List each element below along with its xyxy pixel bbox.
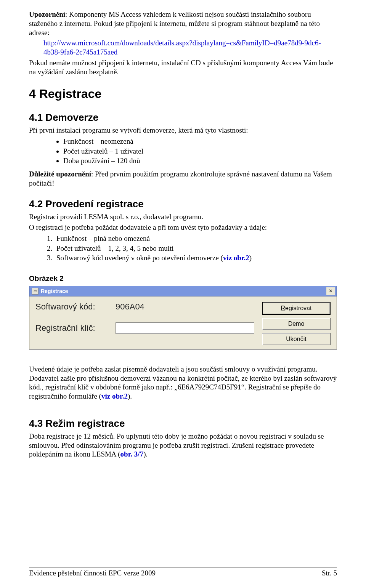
dialog-left: Softwarový kód: 906A04 Registrační klíč: — [35, 302, 254, 345]
figure-caption-2: Obrázek 2 — [29, 274, 337, 283]
register-button-rest: egistrovat — [285, 305, 311, 312]
registration-dialog: ▭ Registrace ✕ Softwarový kód: 906A04 Re… — [29, 286, 337, 349]
dialog-buttons: Registrovat Demo Ukončit — [262, 302, 331, 345]
download-link[interactable]: http://www.microsoft.com/downloads/detai… — [43, 39, 321, 56]
demo-button[interactable]: Demo — [262, 318, 331, 330]
form-icon: ▭ — [32, 288, 39, 295]
demo-lead: Při první instalaci programu se vytvoří … — [29, 126, 337, 135]
reg-key-input[interactable] — [116, 322, 254, 334]
label-software-code: Softwarový kód: — [35, 302, 116, 312]
regime-a: Doba registrace je 12 měsíců. Po uplynut… — [29, 432, 324, 458]
after-a: Uvedené údaje je potřeba zaslat písemně … — [29, 365, 337, 400]
intro-text: : Komponenty MS Access vzhledem k veliko… — [29, 10, 320, 37]
regime-b: ). — [143, 450, 148, 458]
close-button[interactable]: ✕ — [326, 287, 335, 295]
reg-item-3-a: Softwarový kód uvedený v okně po otevřen… — [56, 254, 223, 262]
page: Upozornění: Komponenty MS Access vzhlede… — [0, 0, 366, 588]
important-note-lead: Důležité upozornění — [29, 170, 91, 178]
dialog-body: Softwarový kód: 906A04 Registrační klíč:… — [29, 296, 337, 349]
value-software-code: 906A04 — [116, 302, 254, 312]
after-dialog-paragraph: Uvedené údaje je potřeba zaslat písemně … — [29, 365, 337, 401]
heading-4-3: 4.3 Režim registrace — [29, 418, 337, 429]
intro-paragraph-2: Pokud nemáte možnost připojení k interne… — [29, 58, 337, 77]
reg-item-1: Funkčnost – plná nebo omezená — [54, 234, 337, 244]
after-b: ). — [128, 392, 132, 400]
reg-item-3-b: ) — [249, 254, 252, 262]
close-dialog-button[interactable]: Ukončit — [262, 333, 331, 345]
footer-left: Evidence pěstební činnosti EPC verze 200… — [29, 569, 156, 577]
regime-paragraph: Doba registrace je 12 měsíců. Po uplynut… — [29, 432, 337, 459]
regime-ref: obr. 3/7 — [120, 450, 144, 458]
intro-paragraph: Upozornění: Komponenty MS Access vzhlede… — [29, 10, 337, 37]
row-key: Registrační klíč: — [35, 322, 254, 334]
reg-item-3-ref: viz obr.2 — [223, 254, 249, 262]
demo-bullet-2: Počet uživatelů – 1 uživatel — [63, 146, 337, 156]
heading-4: 4 Registrace — [29, 87, 337, 101]
heading-4-1: 4.1 Demoverze — [29, 112, 337, 123]
register-button-underline: R — [281, 305, 286, 312]
reg-requirements: O registraci je potřeba požádat dodavate… — [29, 223, 337, 232]
dialog-title: Registrace — [41, 288, 68, 294]
footer-right: Str. 5 — [322, 569, 337, 577]
reg-item-3: Softwarový kód uvedený v okně po otevřen… — [54, 253, 337, 263]
demo-bullet-3: Doba používání – 120 dnů — [63, 156, 337, 166]
close-icon: ✕ — [329, 288, 333, 294]
row-code: Softwarový kód: 906A04 — [35, 302, 254, 312]
demo-bullets: Funkčnost – neomezená Počet uživatelů – … — [29, 136, 337, 166]
demo-bullet-1: Funkčnost – neomezená — [63, 136, 337, 146]
reg-provider: Registraci provádí LESMA spol. s r.o., d… — [29, 212, 337, 221]
register-button[interactable]: Registrovat — [262, 302, 331, 315]
dialog-titlebar: ▭ Registrace ✕ — [29, 286, 337, 296]
download-link-line: http://www.microsoft.com/downloads/detai… — [43, 38, 337, 57]
intro-bold: Upozornění — [29, 10, 65, 18]
label-reg-key: Registrační klíč: — [35, 323, 116, 333]
reg-item-2: Počet uživatelů – 1, 2, 3, 4, 5 nebo mul… — [54, 244, 337, 253]
after-ref: viz obr.2 — [101, 392, 128, 400]
heading-4-2: 4.2 Provedení registrace — [29, 198, 337, 210]
page-footer: Evidence pěstební činnosti EPC verze 200… — [29, 567, 337, 577]
important-note: Důležité upozornění: Před prvním použití… — [29, 170, 337, 188]
reg-numbered-list: Funkčnost – plná nebo omezená Počet uživ… — [29, 234, 337, 263]
